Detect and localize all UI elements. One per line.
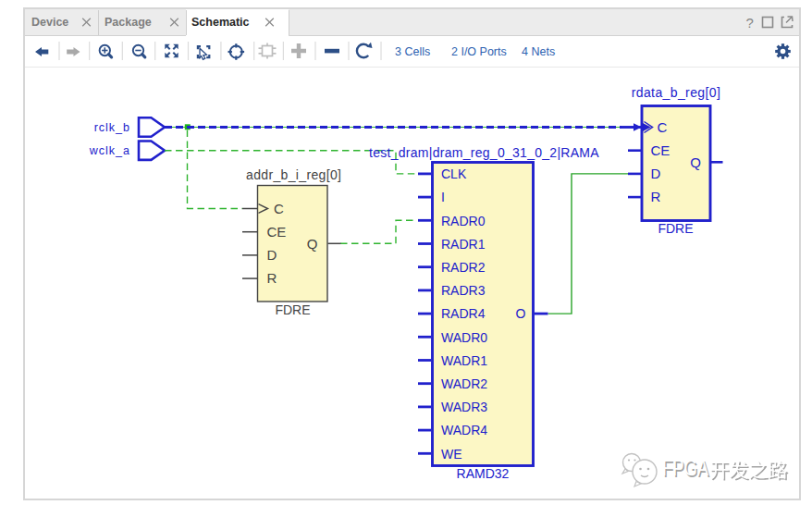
svg-text:4 Nets: 4 Nets	[522, 45, 555, 58]
svg-text:WADR2: WADR2	[441, 376, 487, 391]
svg-text:WADR0: WADR0	[441, 330, 487, 345]
svg-text:Q: Q	[690, 154, 701, 170]
svg-text:addr_b_i_reg[0]: addr_b_i_reg[0]	[246, 167, 341, 182]
svg-text:WADR3: WADR3	[441, 400, 487, 414]
svg-text:D: D	[267, 247, 277, 263]
svg-text:FPGA: FPGA	[662, 456, 708, 479]
svg-text:I: I	[441, 190, 445, 204]
svg-text:WE: WE	[441, 447, 462, 462]
svg-text:CE: CE	[651, 142, 671, 158]
svg-text:Package: Package	[105, 16, 152, 29]
svg-text:rclk_b: rclk_b	[94, 121, 130, 134]
svg-text:D: D	[651, 166, 661, 181]
svg-text:CLK: CLK	[441, 166, 467, 181]
svg-text:R: R	[267, 270, 277, 286]
svg-text:WADR4: WADR4	[441, 423, 487, 437]
svg-text:RADR4: RADR4	[441, 306, 486, 321]
svg-text:CE: CE	[267, 224, 287, 240]
svg-text:Schematic: Schematic	[191, 16, 250, 29]
svg-text:C: C	[274, 201, 284, 216]
svg-text:O: O	[516, 306, 526, 321]
svg-text:R: R	[651, 189, 661, 204]
svg-text:RAMD32: RAMD32	[457, 466, 510, 481]
svg-text:wclk_a: wclk_a	[89, 144, 130, 157]
svg-text:test_dram|dram_reg_0_31_0_2|RA: test_dram|dram_reg_0_31_0_2|RAMA	[369, 145, 599, 160]
svg-text:Device: Device	[31, 16, 68, 29]
svg-text:3 Cells: 3 Cells	[395, 45, 430, 58]
svg-text:RADR1: RADR1	[441, 237, 486, 252]
svg-text:RADR0: RADR0	[441, 214, 486, 228]
svg-text:rdata_b_reg[0]: rdata_b_reg[0]	[632, 85, 721, 100]
svg-text:FDRE: FDRE	[658, 221, 693, 236]
svg-text:WADR1: WADR1	[441, 353, 487, 368]
svg-text:RADR2: RADR2	[441, 260, 486, 275]
svg-text:2 I/O Ports: 2 I/O Ports	[451, 45, 507, 58]
svg-text:FDRE: FDRE	[275, 302, 310, 317]
svg-text:C: C	[658, 119, 668, 135]
svg-text:?: ?	[746, 15, 754, 31]
svg-text:RADR3: RADR3	[441, 283, 486, 298]
svg-text:Q: Q	[307, 236, 318, 252]
